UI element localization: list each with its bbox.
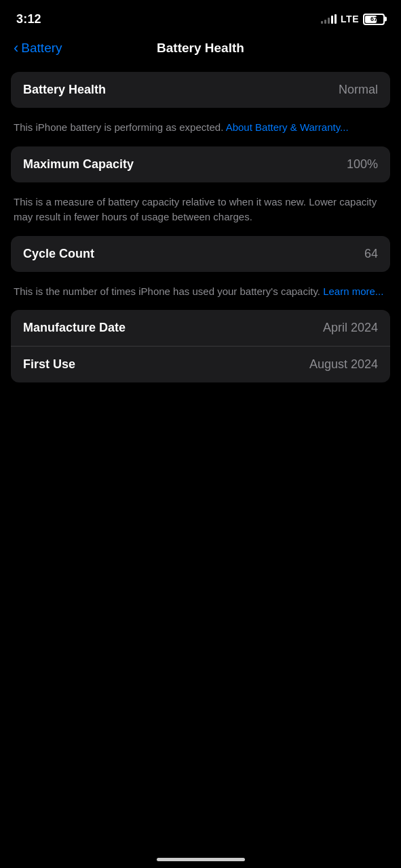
main-content: Battery Health Normal This iPhone batter…: [0, 66, 401, 415]
back-label: Battery: [21, 41, 62, 56]
signal-bars-icon: [321, 14, 337, 24]
battery-warranty-link[interactable]: About Battery & Warranty...: [226, 121, 349, 133]
battery-icon: 67: [363, 14, 385, 25]
nav-bar: ‹ Battery Battery Health: [0, 34, 401, 66]
back-button[interactable]: ‹ Battery: [14, 41, 62, 56]
cycle-count-value: 64: [364, 247, 378, 261]
maximum-capacity-label: Maximum Capacity: [23, 157, 134, 172]
manufacture-date-value: April 2024: [323, 321, 378, 335]
battery-health-card: Battery Health Normal: [11, 72, 390, 108]
maximum-capacity-description: This is a measure of battery capacity re…: [11, 188, 390, 236]
battery-level-text: 67: [364, 15, 383, 24]
dates-card: Manufacture Date April 2024 First Use Au…: [11, 310, 390, 382]
cycle-count-row: Cycle Count 64: [11, 236, 390, 272]
page-title: Battery Health: [157, 41, 244, 56]
manufacture-date-label: Manufacture Date: [23, 321, 126, 335]
lte-label: LTE: [341, 14, 359, 24]
cycle-count-learn-more-link[interactable]: Learn more...: [323, 285, 383, 297]
cycle-count-description: This is the number of times iPhone has u…: [11, 277, 390, 311]
home-indicator: [157, 858, 245, 861]
manufacture-date-row: Manufacture Date April 2024: [11, 310, 390, 346]
cycle-count-card: Cycle Count 64: [11, 236, 390, 272]
first-use-row: First Use August 2024: [11, 346, 390, 382]
status-icons: LTE 67: [321, 14, 385, 25]
battery-health-description: This iPhone battery is performing as exp…: [11, 113, 390, 146]
maximum-capacity-row: Maximum Capacity 100%: [11, 146, 390, 182]
back-chevron-icon: ‹: [14, 41, 18, 56]
battery-indicator: 67: [363, 14, 385, 25]
maximum-capacity-value: 100%: [347, 157, 378, 172]
cycle-count-label: Cycle Count: [23, 247, 94, 261]
first-use-label: First Use: [23, 357, 75, 372]
status-time: 3:12: [16, 12, 41, 26]
battery-health-label: Battery Health: [23, 83, 106, 97]
battery-health-value: Normal: [339, 83, 378, 97]
first-use-value: August 2024: [309, 357, 378, 372]
status-bar: 3:12 LTE 67: [0, 0, 401, 34]
maximum-capacity-card: Maximum Capacity 100%: [11, 146, 390, 182]
battery-health-row: Battery Health Normal: [11, 72, 390, 108]
